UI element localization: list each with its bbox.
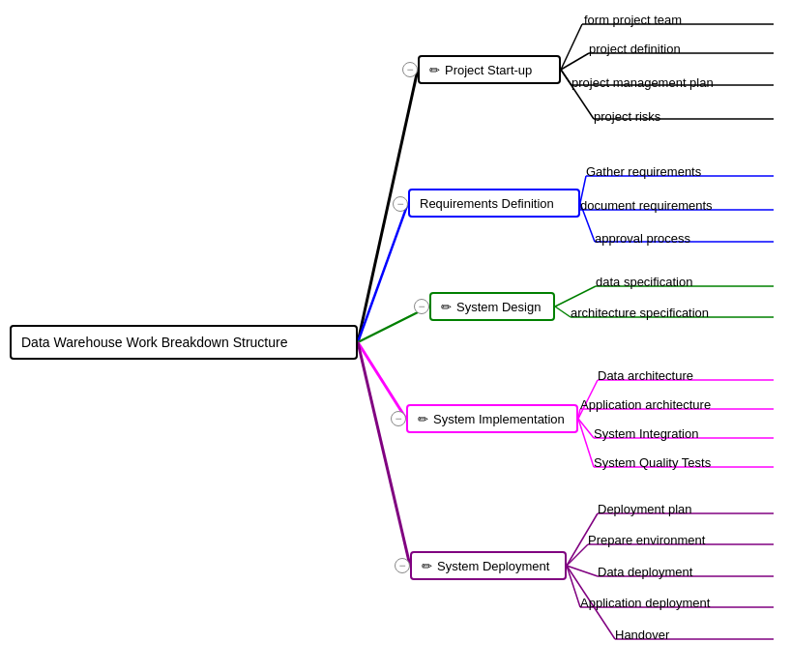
project-collapse[interactable]: − <box>402 62 418 77</box>
leaf-system-integration: System Integration <box>594 426 698 441</box>
deploy-collapse[interactable]: − <box>395 558 410 573</box>
leaf-approval-process: approval process <box>595 231 690 246</box>
deployment-node[interactable]: ✏ System Deployment <box>410 551 567 580</box>
leaf-project-management-plan: project management plan <box>571 75 714 90</box>
leaf-document-requirements: document requirements <box>580 198 713 213</box>
implementation-label: System Implementation <box>433 412 565 426</box>
pencil-icon: ✏ <box>429 63 440 77</box>
leaf-data-specification: data specification <box>596 275 692 289</box>
leaf-gather-requirements: Gather requirements <box>586 164 701 179</box>
leaf-project-definition: project definition <box>589 42 681 56</box>
leaf-prepare-environment: Prepare environment <box>588 533 705 547</box>
svg-line-37 <box>567 566 580 607</box>
requirements-node[interactable]: Requirements Definition <box>408 189 580 218</box>
leaf-form-project-team: form project team <box>584 13 682 27</box>
svg-line-35 <box>567 566 598 576</box>
svg-line-9 <box>561 70 571 85</box>
root-label: Data Warehouse Work Breakdown Structure <box>21 335 287 350</box>
svg-line-7 <box>561 53 589 70</box>
leaf-project-risks: project risks <box>594 109 660 124</box>
root-node: Data Warehouse Work Breakdown Structure <box>10 325 358 360</box>
implementation-node[interactable]: ✏ System Implementation <box>406 404 578 433</box>
req-collapse[interactable]: − <box>393 196 408 212</box>
requirements-label: Requirements Definition <box>420 196 554 211</box>
svg-line-21 <box>555 307 571 317</box>
leaf-architecture-specification: architecture specification <box>571 306 709 320</box>
svg-line-29 <box>578 419 594 467</box>
pencil-icon2: ✏ <box>441 300 452 314</box>
svg-line-19 <box>555 286 596 307</box>
leaf-application-deployment: Application deployment <box>580 596 710 610</box>
svg-line-27 <box>578 419 594 438</box>
design-node[interactable]: ✏ System Design <box>429 292 555 321</box>
svg-line-1 <box>358 203 408 342</box>
impl-collapse[interactable]: − <box>391 411 406 426</box>
leaf-system-quality-tests: System Quality Tests <box>594 455 711 470</box>
leaf-data-deployment: Data deployment <box>598 565 692 579</box>
svg-line-3 <box>358 342 406 419</box>
leaf-data-architecture: Data architecture <box>598 368 693 383</box>
svg-line-4 <box>358 342 410 566</box>
design-label: System Design <box>456 300 541 314</box>
pencil-icon4: ✏ <box>422 559 432 573</box>
leaf-application-architecture: Application architecture <box>580 397 711 412</box>
svg-line-5 <box>561 24 582 70</box>
leaf-handover: Handover <box>615 628 669 642</box>
svg-line-33 <box>567 544 588 566</box>
project-label: Project Start-up <box>445 63 532 77</box>
deployment-label: System Deployment <box>437 559 549 573</box>
leaf-deployment-plan: Deployment plan <box>598 502 692 516</box>
design-collapse[interactable]: − <box>414 299 429 314</box>
project-node[interactable]: ✏ Project Start-up <box>418 55 561 84</box>
pencil-icon3: ✏ <box>418 412 428 426</box>
